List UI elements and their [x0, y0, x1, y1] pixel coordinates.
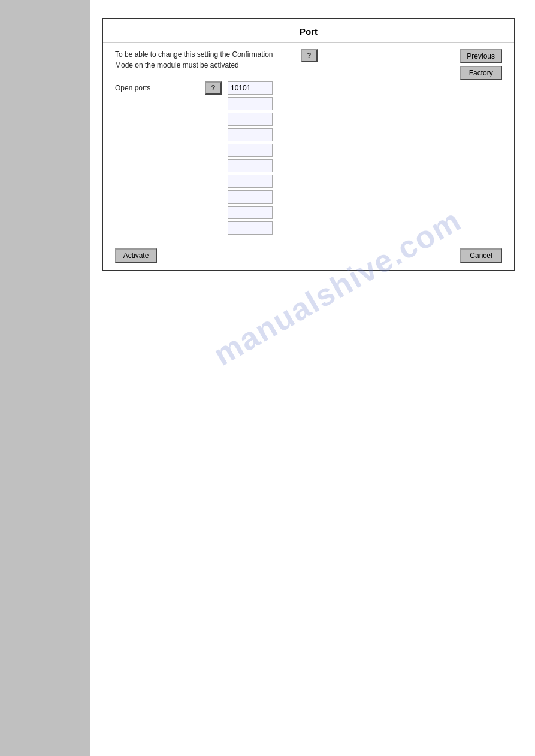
port-input-8[interactable] [228, 190, 273, 204]
port-input-5[interactable] [228, 144, 273, 157]
factory-button[interactable]: Factory [460, 66, 502, 80]
port-input-4[interactable] [228, 128, 273, 141]
notice-text: To be able to change this setting the Co… [115, 49, 283, 71]
port-input-9[interactable] [228, 206, 273, 219]
open-ports-row: Open ports ? [115, 81, 502, 235]
activate-button[interactable]: Activate [115, 248, 157, 263]
port-input-7[interactable] [228, 175, 273, 188]
port-input-10[interactable] [228, 221, 273, 235]
open-ports-label: Open ports [115, 81, 187, 92]
dialog-box: Port To be able to change this setting t… [102, 18, 515, 271]
main-content: manualshive.com Port To be able to chang… [90, 0, 535, 756]
port-inputs [228, 81, 273, 235]
open-ports-help-button[interactable]: ? [205, 81, 222, 95]
cancel-button[interactable]: Cancel [460, 248, 502, 263]
port-input-1[interactable] [228, 81, 273, 95]
port-input-6[interactable] [228, 159, 273, 172]
port-input-2[interactable] [228, 97, 273, 110]
port-input-3[interactable] [228, 113, 273, 126]
previous-button[interactable]: Previous [460, 49, 502, 63]
notice-help-button[interactable]: ? [301, 49, 318, 62]
sidebar [0, 0, 90, 756]
dialog-footer: Activate Cancel [103, 241, 514, 270]
corner-buttons: Previous Factory [460, 49, 502, 80]
header-area: To be able to change this setting the Co… [103, 43, 514, 81]
dialog-title: Port [103, 19, 514, 43]
content-section: Open ports ? [103, 81, 514, 235]
page-layout: manualshive.com Port To be able to chang… [0, 0, 535, 756]
notice-row: To be able to change this setting the Co… [115, 49, 324, 71]
